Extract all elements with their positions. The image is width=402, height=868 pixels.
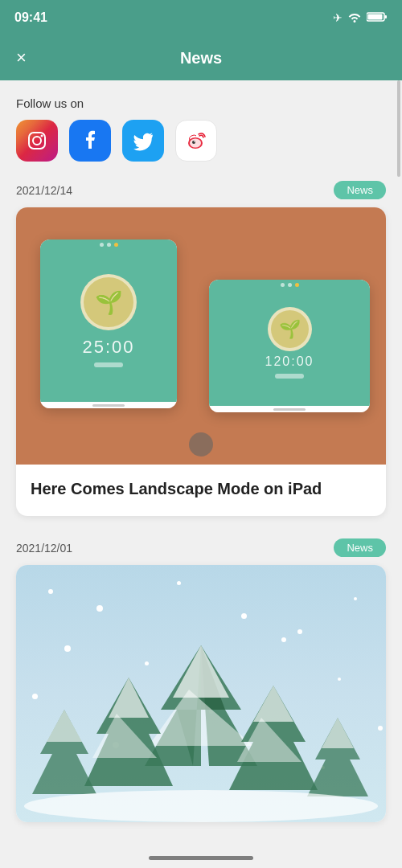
article-1-date-row: 2021/12/14 News	[16, 181, 386, 199]
weibo-button[interactable]	[175, 120, 217, 162]
snow-scene	[16, 565, 386, 822]
status-bar: 09:41 ✈	[0, 0, 402, 35]
follow-label: Follow us on	[16, 96, 386, 110]
wifi-icon	[347, 11, 362, 25]
svg-marker-20	[253, 686, 293, 722]
status-icons: ✈	[333, 11, 388, 25]
article-2-badge: News	[334, 538, 386, 557]
scroll-indicator	[189, 432, 213, 457]
close-button[interactable]: ×	[16, 47, 27, 68]
airplane-icon: ✈	[333, 11, 343, 24]
page-title: News	[180, 49, 222, 68]
trees-svg	[16, 629, 386, 822]
svg-rect-2	[385, 15, 388, 18]
content-area: Follow us on	[0, 80, 402, 868]
article-1-image: 🌱 25:00 🌱	[16, 207, 386, 465]
svg-rect-1	[368, 14, 383, 19]
ipad-plant-circle-2: 🌱	[268, 307, 312, 351]
ipad-screen-2: 🌱 120:00	[209, 280, 370, 406]
plant-icon: 🌱	[95, 289, 123, 316]
article-1-badge: News	[334, 181, 386, 199]
svg-marker-25	[322, 718, 354, 748]
svg-marker-23	[47, 710, 82, 742]
ipad-mockup-landscape: 🌱 120:00	[209, 280, 370, 412]
follow-section: Follow us on	[16, 96, 386, 162]
svg-point-9	[192, 141, 195, 144]
article-2-date-row: 2021/12/01 News	[16, 538, 386, 557]
article-2-date: 2021/12/01	[16, 542, 72, 555]
svg-point-5	[41, 135, 43, 137]
status-time: 09:41	[14, 10, 47, 25]
plant-icon-2: 🌱	[279, 319, 301, 340]
instagram-button[interactable]	[16, 120, 58, 162]
article-1-title: Here Comes Landscape Mode on iPad	[31, 477, 371, 500]
svg-marker-14	[173, 645, 229, 698]
scrollbar-thumb[interactable]	[397, 80, 400, 177]
article-card-1[interactable]: 🌱 25:00 🌱	[16, 207, 386, 516]
ipad-button-1	[94, 362, 123, 367]
nav-bar: × News	[0, 35, 402, 80]
ipad-button-2	[275, 374, 304, 379]
facebook-button[interactable]	[69, 120, 111, 162]
battery-icon	[367, 11, 388, 25]
ipad-screen-1: 🌱 25:00	[40, 240, 177, 402]
article-2-image	[16, 565, 386, 822]
scrollbar-track	[397, 80, 400, 563]
ipad-timer-2: 120:00	[265, 354, 314, 369]
svg-point-8	[190, 139, 201, 148]
home-indicator	[149, 856, 253, 860]
ipad-mockup-portrait: 🌱 25:00	[40, 240, 177, 408]
social-icons-row	[16, 120, 386, 162]
article-1-body: Here Comes Landscape Mode on iPad	[16, 465, 386, 516]
svg-point-10	[194, 141, 195, 142]
ipad-plant-circle: 🌱	[80, 274, 137, 330]
svg-marker-17	[109, 678, 149, 718]
svg-point-26	[24, 790, 378, 822]
svg-point-4	[33, 137, 41, 145]
article-card-2[interactable]	[16, 565, 386, 822]
ipad-timer-1: 25:00	[82, 337, 134, 358]
twitter-button[interactable]	[122, 120, 164, 162]
article-1-date: 2021/12/14	[16, 184, 72, 197]
